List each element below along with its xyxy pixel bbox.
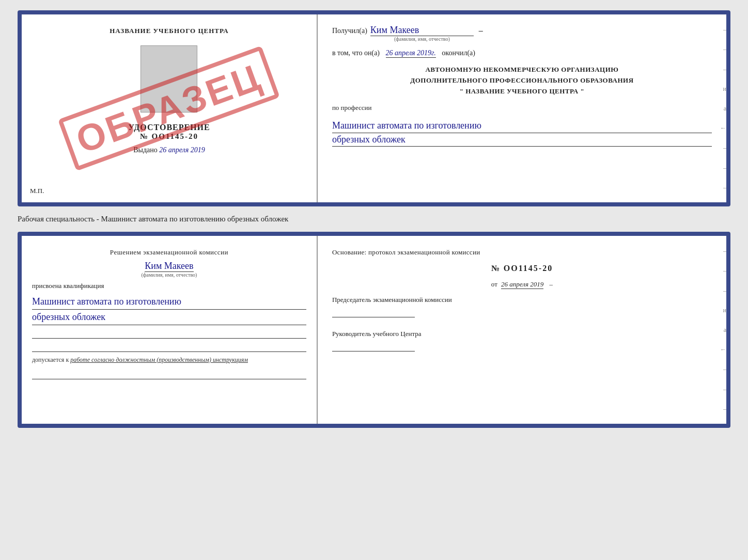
ot-dash: – <box>550 280 553 288</box>
empty-line-1 <box>32 329 306 339</box>
org-line2: ДОПОЛНИТЕЛЬНОГО ПРОФЕССИОНАЛЬНОГО ОБРАЗО… <box>332 75 712 86</box>
predsedatel-block: Председатель экзаменационной комиссии <box>332 296 712 317</box>
empty-line-2 <box>32 343 306 352</box>
bottom-person-block: Ким Макеев (фамилия, имя, отчество) <box>32 261 306 278</box>
document-container: НАЗВАНИЕ УЧЕБНОГО ЦЕНТРА УДОСТОВЕРЕНИЕ №… <box>18 10 730 428</box>
poluchil-label: Получил(а) <box>332 27 367 35</box>
edge-mark-8: – <box>717 165 726 171</box>
b-edge-3: – <box>717 287 726 294</box>
vydano-label: Выдано <box>133 146 158 154</box>
edge-mark-1: – <box>717 26 726 33</box>
resheniem-text: Решением экзаменационной комиссии <box>32 248 306 257</box>
rukovoditel-signature-line <box>332 341 415 351</box>
poluchil-line: Получил(а) Ким Макеев (фамилия, имя, отч… <box>332 25 712 42</box>
protocol-number: № OO1145-20 <box>332 264 712 273</box>
predsedatel-label: Председатель экзаменационной комиссии <box>332 296 712 304</box>
certificate-bottom: Решением экзаменационной комиссии Ким Ма… <box>18 232 730 428</box>
ot-date-value: 26 апреля 2019 <box>501 280 543 289</box>
fio-hint-top: (фамилия, имя, отчество) <box>394 36 450 42</box>
dopuskaetsya-prefix: допускается к <box>32 356 69 363</box>
b-edge-6: ← <box>717 346 726 353</box>
edge-mark-7: – <box>717 145 726 151</box>
poluchil-name: Ким Макеев <box>370 25 474 36</box>
b-edge-8: – <box>717 386 726 392</box>
vtom-label: в том, что он(а) <box>332 49 380 57</box>
osnovanie-text: Основание: протокол экзаменационной коми… <box>332 248 712 257</box>
b-edge-2: – <box>717 267 726 274</box>
b-edge-1: – <box>717 248 726 254</box>
b-edge-9: – <box>717 406 726 412</box>
okonchil-label: окончил(а) <box>442 49 475 57</box>
mp-label: М.П. <box>30 187 44 195</box>
ot-label: от <box>491 280 497 288</box>
org-line3: " НАЗВАНИЕ УЧЕБНОГО ЦЕНТРА " <box>332 86 712 97</box>
po-professii: по профессии <box>332 104 712 112</box>
rukovoditel-label: Руководитель учебного Центра <box>332 330 712 338</box>
ot-date: от 26 апреля 2019 – <box>332 280 712 289</box>
b-edge-4: и <box>717 307 726 313</box>
qualification-block: Машинист автомата по изготовлению обрезн… <box>32 294 306 325</box>
b-edge-7: – <box>717 366 726 372</box>
certificate-top: НАЗВАНИЕ УЧЕБНОГО ЦЕНТРА УДОСТОВЕРЕНИЕ №… <box>18 10 730 206</box>
profession-line1: Машинист автомата по изготовлению <box>332 119 712 133</box>
bottom-right-panel: Основание: протокол экзаменационной коми… <box>318 236 726 424</box>
profession-line2: обрезных обложек <box>332 133 712 147</box>
qualification-line2: обрезных обложек <box>32 310 306 325</box>
cert-right-panel: Получил(а) Ким Макеев (фамилия, имя, отч… <box>318 14 726 202</box>
rukovoditel-block: Руководитель учебного Центра <box>332 330 712 351</box>
b-edge-5: а <box>717 327 726 333</box>
udostoverenie-label: УДОСТОВЕРЕНИЕ <box>128 123 210 132</box>
fio-hint-bottom: (фамилия, имя, отчество) <box>141 272 197 278</box>
vtom-line: в том, что он(а) 26 апреля 2019г. окончи… <box>332 49 712 57</box>
vydano-line: Выдано 26 апреля 2019 <box>133 146 205 154</box>
dopuskaetsya-value: работе согласно должностным (производств… <box>70 356 248 363</box>
edge-mark-4: и <box>717 86 726 92</box>
cert-left-panel: НАЗВАНИЕ УЧЕБНОГО ЦЕНТРА УДОСТОВЕРЕНИЕ №… <box>22 14 318 202</box>
empty-line-3 <box>32 370 306 379</box>
edge-mark-6: ← <box>717 125 726 131</box>
edge-mark-5: а <box>717 105 726 111</box>
vtom-date: 26 апреля 2019г. <box>386 49 436 58</box>
vydano-date: 26 апреля 2019 <box>159 146 205 154</box>
edge-mark-9: – <box>717 184 726 190</box>
predsedatel-signature-line <box>332 307 415 317</box>
bottom-right-edge-marks: – – – и а ← – – – <box>717 236 726 424</box>
edge-mark-3: – <box>717 66 726 72</box>
org-line1: АВТОНОМНУЮ НЕКОММЕРЧЕСКУЮ ОРГАНИЗАЦИЮ <box>332 65 712 75</box>
org-block: АВТОНОМНУЮ НЕКОММЕРЧЕСКУЮ ОРГАНИЗАЦИЮ ДО… <box>332 65 712 97</box>
profession-block: Машинист автомата по изготовлению обрезн… <box>332 119 712 146</box>
dopuskaetsya-text: допускается к работе согласно должностны… <box>32 356 306 364</box>
bottom-left-panel: Решением экзаменационной комиссии Ким Ма… <box>22 236 318 424</box>
photo-placeholder <box>141 45 197 113</box>
qualification-line1: Машинист автомата по изготовлению <box>32 294 306 310</box>
komissia-name: Ким Макеев <box>145 261 193 272</box>
cert-number: № OO1145-20 <box>140 132 198 141</box>
edge-mark-2: – <box>717 46 726 52</box>
school-name-top: НАЗВАНИЕ УЧЕБНОГО ЦЕНТРА <box>110 27 229 35</box>
right-edge-marks: – – – и а ← – – – <box>717 14 726 202</box>
specialty-label: Рабочая специальность - Машинист автомат… <box>18 214 730 225</box>
prisvoena-text: присвоена квалификация <box>32 282 306 290</box>
